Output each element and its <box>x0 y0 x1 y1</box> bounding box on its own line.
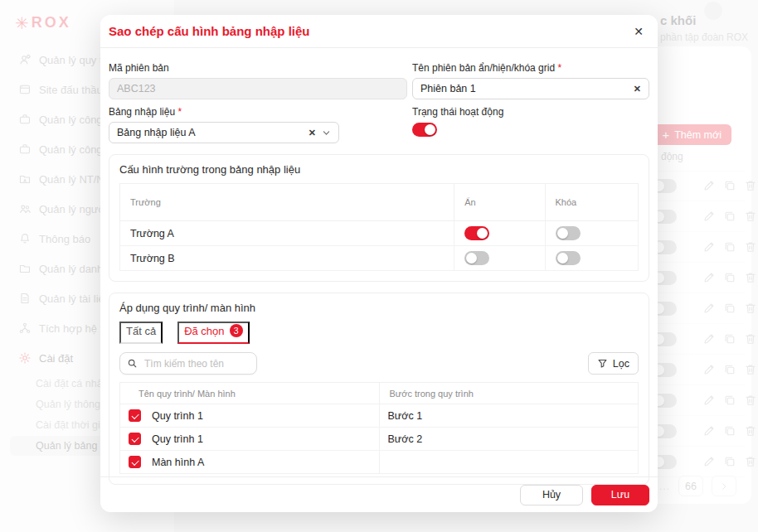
process-step <box>379 451 639 474</box>
filter-button[interactable]: Lọc <box>588 352 639 375</box>
apply-section-panel: Áp dụng quy trình/ màn hình Tất cả Đã ch… <box>109 293 649 485</box>
close-icon[interactable]: ✕ <box>629 22 648 41</box>
search-input[interactable] <box>143 357 250 370</box>
field-name: Trường A <box>120 221 454 246</box>
apply-section-title: Áp dụng quy trình/ màn hình <box>119 302 639 314</box>
version-code-label: Mã phiên bản <box>109 62 401 74</box>
selected-count-badge: 3 <box>230 324 243 337</box>
process-name: Quy trình 1 <box>152 433 203 445</box>
modal-body: Mã phiên bản ABC123 Tên phiên bản ẩn/hiệ… <box>100 48 658 485</box>
process-row: Quy trình 1 Bước 2 <box>120 428 639 451</box>
modal-footer: Hủy Lưu <box>100 476 658 512</box>
process-step: Bước 1 <box>379 404 639 428</box>
search-icon <box>127 358 138 369</box>
tab-all[interactable]: Tất cả <box>119 322 163 344</box>
column-header-process-name: Tên quy trình/ Màn hình <box>120 383 380 404</box>
filter-icon <box>597 358 608 369</box>
hide-toggle[interactable] <box>464 226 489 240</box>
hide-toggle[interactable] <box>464 251 489 265</box>
field-name: Trường B <box>120 246 454 271</box>
modal-title: Sao chép cấu hình bảng nhập liệu <box>109 24 310 38</box>
lock-toggle[interactable] <box>556 226 581 240</box>
tabs: Tất cả Đã chọn 3 <box>119 322 639 344</box>
process-name: Quy trình 1 <box>152 410 203 422</box>
input-table-select[interactable]: Bảng nhập liệu A ✕ <box>109 122 339 143</box>
clear-icon[interactable]: ✕ <box>629 84 641 94</box>
clear-icon[interactable]: ✕ <box>304 128 316 138</box>
search-row: Lọc <box>119 352 639 375</box>
input-table-value: Bảng nhập liệu A <box>117 127 304 138</box>
process-row: Quy trình 1 Bước 1 <box>120 404 639 428</box>
search-box[interactable] <box>119 352 257 375</box>
active-status-label: Trạng thái hoạt động <box>412 106 649 118</box>
chevron-down-icon <box>322 128 331 138</box>
filter-label: Lọc <box>613 358 629 370</box>
process-table: Tên quy trình/ Màn hình Bước trong quy t… <box>119 382 639 474</box>
column-header-lock: Khóa <box>545 184 639 221</box>
version-name-label: Tên phiên bản ẩn/hiện/khóa grid <box>412 62 649 74</box>
tab-all-label: Tất cả <box>126 325 156 337</box>
row-checkbox[interactable] <box>129 409 141 422</box>
field-config-title: Cấu hình trường trong bảng nhập liệu <box>119 163 639 176</box>
save-button[interactable]: Lưu <box>591 485 649 505</box>
version-code-field: ABC123 <box>109 78 407 99</box>
tab-selected[interactable]: Đã chọn 3 <box>177 322 249 344</box>
copy-config-modal: Sao chép cấu hình bảng nhập liệu ✕ Mã ph… <box>100 15 658 512</box>
input-table-label: Bảng nhập liệu <box>109 106 401 118</box>
version-name-field[interactable]: ✕ <box>412 78 649 99</box>
app-root: ✳ ROX Quản lý quy trình Site đấu thầu <box>0 0 758 532</box>
process-step: Bước 2 <box>379 428 639 451</box>
version-code-value: ABC123 <box>117 83 399 94</box>
lock-toggle[interactable] <box>556 251 581 265</box>
cancel-button[interactable]: Hủy <box>520 485 583 505</box>
modal-header: Sao chép cấu hình bảng nhập liệu ✕ <box>100 15 658 48</box>
column-header-step: Bước trong quy trình <box>379 383 639 404</box>
active-status-toggle[interactable] <box>412 123 437 137</box>
row-checkbox[interactable] <box>129 456 141 468</box>
field-config-table: Trường Ẩn Khóa Trường A <box>119 183 639 271</box>
column-header-field: Trường <box>120 184 454 221</box>
field-config-row: Trường A <box>120 221 639 246</box>
row-checkbox[interactable] <box>129 433 141 445</box>
column-header-hide: Ẩn <box>454 184 545 221</box>
process-name: Màn hình A <box>152 457 204 468</box>
field-config-row: Trường B <box>120 246 639 271</box>
version-name-input[interactable] <box>420 83 629 94</box>
process-row: Màn hình A <box>120 451 639 474</box>
tab-selected-label: Đã chọn <box>184 325 224 337</box>
field-config-panel: Cấu hình trường trong bảng nhập liệu Trư… <box>109 154 649 282</box>
